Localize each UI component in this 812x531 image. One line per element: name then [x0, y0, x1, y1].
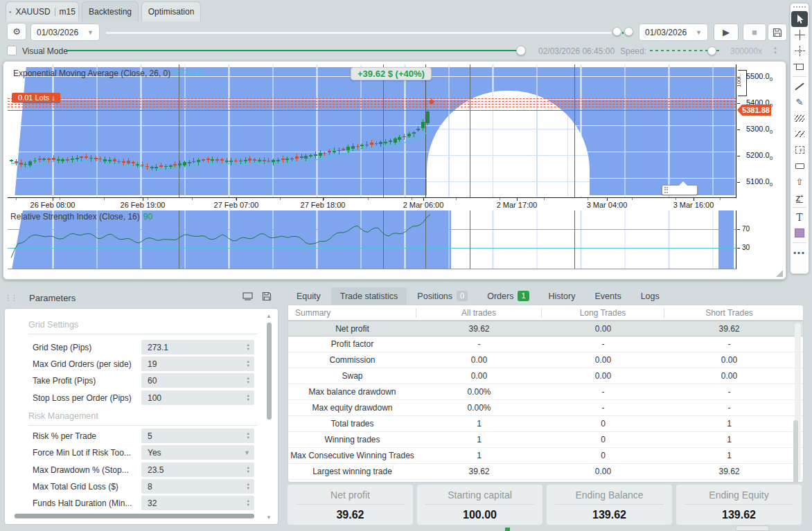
table-row[interactable]: Largest winning trade39.620.0039.62: [288, 464, 803, 480]
date-range-track[interactable]: [105, 31, 612, 35]
crosshair-tool[interactable]: [791, 27, 808, 43]
scroll-up-icon[interactable]: ▲: [266, 313, 272, 319]
end-date-select[interactable]: 01/03/2026▼: [639, 24, 708, 41]
candle-body: [416, 129, 420, 130]
chart-scroll-marker[interactable]: [662, 185, 698, 195]
table-row[interactable]: Winning trades101: [288, 432, 803, 448]
toolbar-grip-icon[interactable]: [793, 6, 806, 9]
playhead-line: [425, 64, 426, 197]
param-input-max-drawdown[interactable]: 23.5▲▼: [141, 462, 254, 477]
cursor-tool[interactable]: [791, 11, 808, 27]
param-input-funds-halt[interactable]: 32▲▼: [141, 496, 254, 510]
param-input-stop-loss[interactable]: 100▲▼: [141, 390, 254, 405]
table-row[interactable]: Max balance drawdown0.00%--: [288, 384, 803, 400]
candle-body: [85, 156, 88, 159]
stepper-icon[interactable]: ▲▼: [247, 377, 250, 384]
speed-stepper[interactable]: ▲▼: [773, 46, 777, 55]
crosshair-sync-tool[interactable]: [791, 43, 808, 59]
col-summary: Summary: [288, 308, 416, 318]
range-end-thumb[interactable]: [624, 27, 633, 36]
color-swatch-tool[interactable]: [791, 225, 808, 241]
resize-grip[interactable]: [776, 270, 783, 277]
lots-badge[interactable]: 0.01 Lots ↓: [12, 93, 60, 102]
visual-mode-checkbox[interactable]: [7, 46, 17, 55]
text-tool[interactable]: T: [791, 209, 808, 225]
panel-grip-icon[interactable]: ⋮⋮: [4, 294, 17, 303]
param-input-max-grid-loss[interactable]: 8▲▼: [141, 479, 254, 494]
channel-tool[interactable]: [791, 126, 808, 142]
param-select-force-min-lot[interactable]: Yes▼: [141, 445, 254, 460]
more-tools[interactable]: •••: [791, 244, 808, 260]
fib-retracement-tool[interactable]: F: [791, 142, 808, 158]
stop-button[interactable]: ■: [743, 24, 766, 41]
table-row[interactable]: Net profit39.620.0039.62: [288, 321, 803, 336]
table-scrollbar[interactable]: [795, 323, 801, 480]
table-row[interactable]: Max equity drawdown0.00%--: [288, 400, 803, 416]
start-date-select[interactable]: 01/03/2026▼: [30, 24, 100, 41]
tab-backtesting[interactable]: Backtesting: [82, 1, 139, 21]
arrow-shape-tool[interactable]: ⇧: [791, 174, 808, 190]
progress-thumb[interactable]: [516, 46, 526, 55]
candle-body: [234, 161, 238, 162]
tab-trade-statistics[interactable]: Trade statistics: [331, 287, 407, 305]
horizontal-scrollbar-thumb[interactable]: [15, 514, 254, 518]
stepper-icon[interactable]: ▲▼: [247, 360, 250, 368]
stepper-icon[interactable]: ▲▼: [247, 343, 250, 351]
range-start-thumb[interactable]: [612, 27, 621, 36]
play-button[interactable]: ▶: [714, 24, 739, 41]
tab-orders[interactable]: Orders1: [478, 287, 538, 305]
speed-thumb[interactable]: [707, 46, 716, 55]
tab-logs[interactable]: Logs: [632, 287, 669, 305]
param-label: Take Profit (Pips): [33, 376, 96, 386]
stepper-icon[interactable]: ▲▼: [247, 483, 250, 490]
stat-label: Starting capital: [417, 489, 542, 501]
param-input-max-grid-orders[interactable]: 19▲▼: [141, 357, 254, 371]
tab-history[interactable]: History: [540, 287, 585, 305]
stepper-icon[interactable]: ▲▼: [247, 499, 250, 507]
tab-label: Positions: [417, 291, 452, 301]
save-button[interactable]: [768, 24, 787, 41]
table-row[interactable]: Total trades101: [288, 416, 803, 432]
rsi-plot[interactable]: Relative Strength Index (Close, 16)90: [8, 210, 736, 269]
candle-body: [150, 167, 154, 169]
table-scrollbar-thumb[interactable]: [793, 420, 798, 483]
partial-button[interactable]: [736, 525, 769, 531]
scroll-down-icon[interactable]: ▼: [266, 514, 272, 521]
rectangle-tool[interactable]: [791, 158, 808, 174]
tab-events[interactable]: Events: [585, 287, 630, 305]
tab-optimisation[interactable]: Optimisation: [141, 1, 201, 21]
table-row[interactable]: Profit factor---: [288, 336, 803, 352]
settings-button[interactable]: ⚙: [7, 23, 26, 40]
window-tab-bar: • XAUUSD m15 Backtesting Optimisation: [0, 0, 812, 21]
candle-body: [356, 146, 360, 147]
rsi-value: 90: [143, 212, 152, 222]
param-input-grid-step[interactable]: 273.1▲▼: [141, 340, 254, 354]
frame-tool[interactable]: [791, 59, 808, 75]
tab-symbol-xauusd-m15[interactable]: • XAUUSD m15: [6, 1, 79, 21]
time-axis-minor-tick: [280, 198, 281, 200]
candle-body: [132, 162, 135, 163]
table-row[interactable]: Swap0.000.000.00: [288, 368, 803, 384]
freehand-tool[interactable]: ✎: [791, 94, 808, 110]
pattern-tool[interactable]: Z+: [791, 190, 808, 206]
table-row[interactable]: Commission0.000.000.00: [288, 352, 803, 368]
param-input-take-profit[interactable]: 60▲▼: [141, 373, 254, 388]
tab-positions[interactable]: Positions0: [408, 287, 477, 305]
main-plot[interactable]: Exponential Moving Average (Close, 26, 0…: [8, 64, 736, 198]
vertical-scrollbar-thumb[interactable]: [267, 323, 272, 420]
fib-fan-tool[interactable]: [791, 110, 808, 126]
save-parameters-icon[interactable]: [262, 291, 272, 301]
stepper-icon[interactable]: ▲▼: [247, 466, 250, 474]
stepper-icon[interactable]: ▲▼: [247, 394, 250, 402]
trendline-tool[interactable]: [791, 78, 808, 94]
candle-body: [314, 154, 317, 156]
measure-label: 100...: [736, 73, 742, 87]
session-separator-line: [383, 210, 384, 269]
table-row[interactable]: Max Consecutive Winning Trades101: [288, 448, 803, 464]
stepper-icon[interactable]: ▲▼: [247, 432, 250, 440]
progress-line[interactable]: [66, 50, 518, 51]
candle-body: [365, 145, 369, 146]
tab-equity[interactable]: Equity: [288, 287, 330, 305]
panel-layout-icon[interactable]: [242, 291, 254, 301]
param-input-risk-percent[interactable]: 5▲▼: [141, 429, 254, 443]
